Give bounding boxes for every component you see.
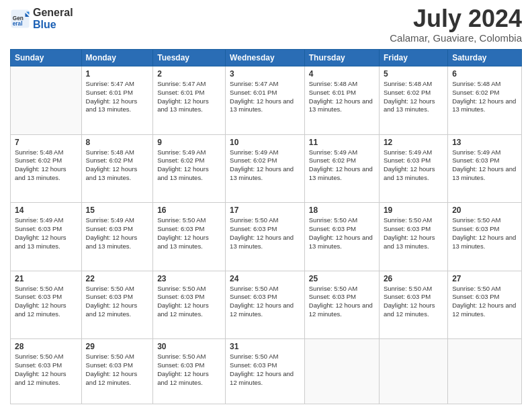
day-number: 31 <box>230 342 300 351</box>
col-sunday: Sunday <box>11 50 82 66</box>
calendar-week-row: 14Sunrise: 5:49 AMSunset: 6:03 PMDayligh… <box>11 203 522 271</box>
day-info: Sunrise: 5:50 AMSunset: 6:03 PMDaylight:… <box>452 285 517 319</box>
calendar-cell: 3Sunrise: 5:47 AMSunset: 6:01 PMDaylight… <box>226 66 305 135</box>
logo-blue-text: Blue <box>33 19 73 31</box>
calendar-week-row: 1Sunrise: 5:47 AMSunset: 6:01 PMDaylight… <box>11 66 522 135</box>
calendar-cell: 21Sunrise: 5:50 AMSunset: 6:03 PMDayligh… <box>11 271 82 339</box>
day-info: Sunrise: 5:49 AMSunset: 6:02 PMDaylight:… <box>309 148 375 183</box>
day-info: Sunrise: 5:48 AMSunset: 6:02 PMDaylight:… <box>15 148 77 183</box>
calendar-cell: 1Sunrise: 5:47 AMSunset: 6:01 PMDaylight… <box>81 66 153 135</box>
calendar-cell: 24Sunrise: 5:50 AMSunset: 6:03 PMDayligh… <box>226 271 305 339</box>
day-info: Sunrise: 5:50 AMSunset: 6:03 PMDaylight:… <box>15 285 77 319</box>
day-info: Sunrise: 5:47 AMSunset: 6:01 PMDaylight:… <box>230 80 300 114</box>
calendar-cell: 5Sunrise: 5:48 AMSunset: 6:02 PMDaylight… <box>379 66 447 135</box>
logo: Gen eral General Blue <box>10 7 73 30</box>
day-info: Sunrise: 5:50 AMSunset: 6:03 PMDaylight:… <box>230 285 300 319</box>
day-info: Sunrise: 5:48 AMSunset: 6:01 PMDaylight:… <box>309 80 375 114</box>
day-number: 26 <box>384 274 443 283</box>
day-info: Sunrise: 5:49 AMSunset: 6:03 PMDaylight:… <box>452 148 517 183</box>
day-number: 11 <box>309 138 375 147</box>
day-number: 19 <box>384 205 443 215</box>
day-number: 18 <box>309 205 375 215</box>
calendar-week-row: 28Sunrise: 5:50 AMSunset: 6:03 PMDayligh… <box>11 339 522 404</box>
location-subtitle: Calamar, Guaviare, Colombia <box>390 32 522 44</box>
day-info: Sunrise: 5:50 AMSunset: 6:03 PMDaylight:… <box>309 285 375 319</box>
day-number: 22 <box>86 274 149 283</box>
logo-text: General Blue <box>33 7 73 30</box>
calendar-cell <box>379 339 447 404</box>
calendar-cell <box>448 339 522 404</box>
header: Gen eral General Blue July 2024 Calamar,… <box>10 7 522 44</box>
day-info: Sunrise: 5:50 AMSunset: 6:03 PMDaylight:… <box>157 216 221 250</box>
day-number: 15 <box>86 205 149 215</box>
day-number: 3 <box>230 69 300 79</box>
day-number: 24 <box>230 274 300 283</box>
day-number: 25 <box>309 274 375 283</box>
day-number: 6 <box>452 69 517 79</box>
day-number: 4 <box>309 69 375 79</box>
calendar-cell: 9Sunrise: 5:49 AMSunset: 6:02 PMDaylight… <box>153 134 226 203</box>
month-year-title: July 2024 <box>390 7 522 31</box>
day-number: 30 <box>157 342 221 351</box>
day-info: Sunrise: 5:47 AMSunset: 6:01 PMDaylight:… <box>157 80 221 114</box>
calendar-cell: 19Sunrise: 5:50 AMSunset: 6:03 PMDayligh… <box>379 203 447 271</box>
day-number: 27 <box>452 274 517 283</box>
calendar-week-row: 21Sunrise: 5:50 AMSunset: 6:03 PMDayligh… <box>11 271 522 339</box>
calendar-cell: 2Sunrise: 5:47 AMSunset: 6:01 PMDaylight… <box>153 66 226 135</box>
calendar-cell <box>11 66 82 135</box>
day-number: 10 <box>230 138 300 147</box>
calendar-cell: 25Sunrise: 5:50 AMSunset: 6:03 PMDayligh… <box>304 271 379 339</box>
day-info: Sunrise: 5:50 AMSunset: 6:03 PMDaylight:… <box>452 216 517 250</box>
day-number: 2 <box>157 69 221 79</box>
day-info: Sunrise: 5:47 AMSunset: 6:01 PMDaylight:… <box>86 80 149 114</box>
calendar-cell: 17Sunrise: 5:50 AMSunset: 6:03 PMDayligh… <box>226 203 305 271</box>
title-section: July 2024 Calamar, Guaviare, Colombia <box>390 7 522 44</box>
day-info: Sunrise: 5:50 AMSunset: 6:03 PMDaylight:… <box>86 353 149 387</box>
day-number: 14 <box>15 205 77 215</box>
col-thursday: Thursday <box>304 50 379 66</box>
day-info: Sunrise: 5:48 AMSunset: 6:02 PMDaylight:… <box>86 148 149 183</box>
day-number: 16 <box>157 205 221 215</box>
day-info: Sunrise: 5:50 AMSunset: 6:03 PMDaylight:… <box>309 216 375 250</box>
calendar-cell: 4Sunrise: 5:48 AMSunset: 6:01 PMDaylight… <box>304 66 379 135</box>
calendar-cell: 22Sunrise: 5:50 AMSunset: 6:03 PMDayligh… <box>81 271 153 339</box>
day-info: Sunrise: 5:49 AMSunset: 6:03 PMDaylight:… <box>86 216 149 250</box>
day-number: 28 <box>15 342 77 351</box>
col-monday: Monday <box>81 50 153 66</box>
day-number: 23 <box>157 274 221 283</box>
col-friday: Friday <box>379 50 447 66</box>
calendar-cell: 18Sunrise: 5:50 AMSunset: 6:03 PMDayligh… <box>304 203 379 271</box>
day-info: Sunrise: 5:50 AMSunset: 6:03 PMDaylight:… <box>384 216 443 250</box>
calendar-cell: 13Sunrise: 5:49 AMSunset: 6:03 PMDayligh… <box>448 134 522 203</box>
col-wednesday: Wednesday <box>226 50 305 66</box>
day-info: Sunrise: 5:50 AMSunset: 6:03 PMDaylight:… <box>230 216 300 250</box>
logo-general-text: General <box>33 7 73 19</box>
day-info: Sunrise: 5:49 AMSunset: 6:02 PMDaylight:… <box>157 148 221 183</box>
day-number: 29 <box>86 342 149 351</box>
calendar-cell: 14Sunrise: 5:49 AMSunset: 6:03 PMDayligh… <box>11 203 82 271</box>
calendar-cell: 15Sunrise: 5:49 AMSunset: 6:03 PMDayligh… <box>81 203 153 271</box>
day-info: Sunrise: 5:50 AMSunset: 6:03 PMDaylight:… <box>86 285 149 319</box>
day-info: Sunrise: 5:50 AMSunset: 6:03 PMDaylight:… <box>157 353 221 387</box>
day-info: Sunrise: 5:50 AMSunset: 6:03 PMDaylight:… <box>384 285 443 319</box>
day-number: 13 <box>452 138 517 147</box>
logo-icon: Gen eral <box>10 9 30 29</box>
calendar-cell: 11Sunrise: 5:49 AMSunset: 6:02 PMDayligh… <box>304 134 379 203</box>
calendar-cell <box>304 339 379 404</box>
day-info: Sunrise: 5:49 AMSunset: 6:02 PMDaylight:… <box>230 148 300 183</box>
calendar-cell: 6Sunrise: 5:48 AMSunset: 6:02 PMDaylight… <box>448 66 522 135</box>
day-info: Sunrise: 5:49 AMSunset: 6:03 PMDaylight:… <box>15 216 77 250</box>
day-number: 17 <box>230 205 300 215</box>
calendar-cell: 27Sunrise: 5:50 AMSunset: 6:03 PMDayligh… <box>448 271 522 339</box>
calendar-cell: 26Sunrise: 5:50 AMSunset: 6:03 PMDayligh… <box>379 271 447 339</box>
calendar-body: 1Sunrise: 5:47 AMSunset: 6:01 PMDaylight… <box>11 66 522 404</box>
day-info: Sunrise: 5:50 AMSunset: 6:03 PMDaylight:… <box>230 353 300 387</box>
day-info: Sunrise: 5:48 AMSunset: 6:02 PMDaylight:… <box>452 80 517 114</box>
calendar-cell: 29Sunrise: 5:50 AMSunset: 6:03 PMDayligh… <box>81 339 153 404</box>
calendar-cell: 30Sunrise: 5:50 AMSunset: 6:03 PMDayligh… <box>153 339 226 404</box>
calendar-cell: 31Sunrise: 5:50 AMSunset: 6:03 PMDayligh… <box>226 339 305 404</box>
day-info: Sunrise: 5:48 AMSunset: 6:02 PMDaylight:… <box>384 80 443 114</box>
day-number: 12 <box>384 138 443 147</box>
day-number: 21 <box>15 274 77 283</box>
calendar-cell: 16Sunrise: 5:50 AMSunset: 6:03 PMDayligh… <box>153 203 226 271</box>
